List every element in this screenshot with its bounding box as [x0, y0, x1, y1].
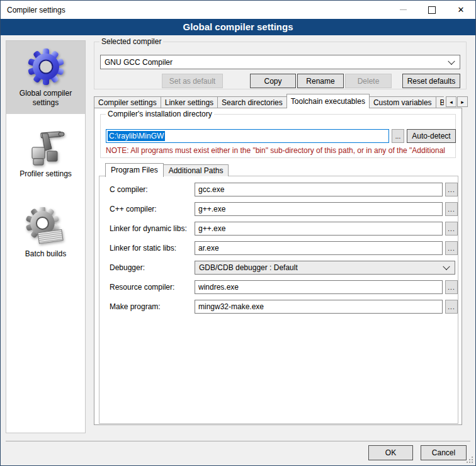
installation-directory-group: Compiler's installation directory C:\ray…	[100, 114, 456, 158]
resource-compiler-input[interactable]	[195, 280, 443, 294]
make-program-browse-button[interactable]: ...	[445, 300, 458, 314]
tab-build-options[interactable]: Build options	[436, 96, 444, 108]
auto-detect-button[interactable]: Auto-detect	[407, 129, 456, 143]
tab-search-directories[interactable]: Search directories	[217, 96, 287, 108]
reset-defaults-button[interactable]: Reset defaults	[402, 74, 460, 88]
debugger-label: Debugger:	[110, 261, 145, 275]
close-icon: ✕	[458, 6, 465, 14]
maximize-icon	[428, 6, 436, 14]
copy-button[interactable]: Copy	[250, 74, 296, 88]
linker-dynamic-label: Linker for dynamic libs:	[110, 222, 187, 236]
delete-button: Delete	[345, 74, 392, 88]
sidebar-item-label: Global compiler settings	[8, 89, 84, 108]
installation-directory-browse-button[interactable]: ...	[392, 129, 404, 143]
compiler-select-value: GNU GCC Compiler	[105, 58, 173, 67]
debugger-select-value: GDB/CDB debugger : Default	[199, 261, 298, 274]
debugger-select[interactable]: GDB/CDB debugger : Default	[195, 261, 455, 275]
sidebar-item-batch-builds[interactable]: Batch builds	[6, 202, 85, 265]
tab-linker-settings[interactable]: Linker settings	[161, 96, 218, 108]
profiler-caliper-icon	[26, 127, 66, 168]
c-compiler-browse-button[interactable]: ...	[445, 183, 458, 196]
subtab-program-files[interactable]: Program Files	[105, 163, 164, 177]
installation-directory-selected-text: C:\raylib\MinGW	[108, 131, 165, 141]
sidebar-item-label: Batch builds	[25, 249, 66, 259]
cpp-compiler-input[interactable]	[195, 202, 443, 216]
tab-compiler-settings[interactable]: Compiler settings	[94, 96, 161, 108]
compiler-settings-dialog: Compiler settings ✕ Global compiler sett…	[0, 0, 476, 466]
tab-toolchain-executables[interactable]: Toolchain executables	[286, 94, 370, 108]
close-button[interactable]: ✕	[446, 1, 475, 19]
page-title: Global compiler settings	[1, 19, 475, 35]
window-title: Compiler settings	[1, 6, 65, 14]
chevron-down-icon	[448, 57, 455, 64]
program-files-tabstrip: Program Files Additional Paths	[105, 162, 229, 176]
toolchain-executables-page: Compiler's installation directory C:\ray…	[94, 108, 462, 425]
sidebar-item-global-compiler-settings[interactable]: Global compiler settings	[6, 41, 85, 114]
footer-divider	[6, 441, 470, 441]
arrow-right-icon: ▸	[461, 99, 464, 105]
c-compiler-label: C compiler:	[110, 183, 148, 196]
linker-static-label: Linker for static libs:	[110, 241, 176, 255]
cancel-button[interactable]: Cancel	[421, 445, 467, 460]
ok-button[interactable]: OK	[368, 445, 413, 460]
minimize-icon	[400, 9, 407, 10]
tab-scroll-left-button[interactable]: ◂	[446, 96, 456, 107]
arrow-left-icon: ◂	[450, 99, 453, 105]
rename-button[interactable]: Rename	[297, 74, 344, 88]
tab-scroll-right-button[interactable]: ▸	[457, 96, 468, 107]
linker-dynamic-input[interactable]	[195, 222, 443, 236]
titlebar: Compiler settings ✕	[1, 1, 475, 19]
sidebar-item-label: Profiler settings	[20, 169, 72, 179]
make-program-label: Make program:	[110, 300, 161, 314]
program-files-page: C compiler: ... C++ compiler: ... Linker…	[99, 176, 458, 424]
batch-builds-gear-icon	[26, 207, 66, 247]
selected-compiler-group: Selected compiler GNU GCC Compiler Set a…	[94, 42, 467, 89]
tab-scroll-buttons: ◂ ▸	[445, 96, 468, 107]
caption-buttons: ✕	[388, 1, 475, 19]
chevron-down-icon	[443, 263, 450, 270]
linker-static-browse-button[interactable]: ...	[445, 241, 458, 255]
main-tabstrip: Compiler settings Linker settings Search…	[94, 94, 444, 108]
linker-static-input[interactable]	[195, 241, 443, 255]
compiler-select[interactable]: GNU GCC Compiler	[100, 55, 460, 69]
minimize-button[interactable]	[388, 1, 417, 19]
maximize-button[interactable]	[417, 1, 446, 19]
set-as-default-button: Set as default	[162, 74, 223, 88]
tab-custom-variables[interactable]: Custom variables	[369, 96, 436, 108]
dialog-content: Global compiler settings	[1, 35, 475, 465]
resource-compiler-label: Resource compiler:	[110, 280, 174, 294]
selected-compiler-group-label: Selected compiler	[99, 37, 163, 46]
installation-directory-group-label: Compiler's installation directory	[106, 110, 214, 118]
subtab-additional-paths[interactable]: Additional Paths	[163, 164, 229, 176]
cpp-compiler-browse-button[interactable]: ...	[445, 202, 458, 216]
resource-compiler-browse-button[interactable]: ...	[445, 280, 458, 294]
resize-grip[interactable]	[465, 455, 473, 463]
settings-category-list: Global compiler settings	[6, 40, 86, 433]
cpp-compiler-label: C++ compiler:	[110, 202, 157, 216]
installation-directory-note: NOTE: All programs must exist either in …	[106, 146, 453, 155]
blue-gear-icon	[26, 47, 66, 87]
sidebar-item-profiler-settings[interactable]: Profiler settings	[6, 122, 85, 185]
c-compiler-input[interactable]	[195, 183, 443, 196]
installation-directory-input[interactable]: C:\raylib\MinGW	[106, 129, 389, 143]
make-program-input[interactable]	[195, 300, 443, 314]
linker-dynamic-browse-button[interactable]: ...	[445, 222, 458, 236]
